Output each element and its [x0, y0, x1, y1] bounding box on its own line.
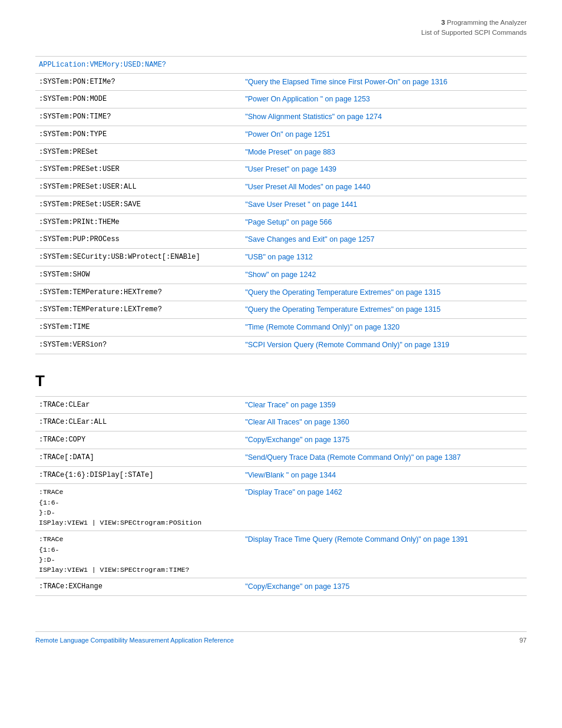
link-cell[interactable]: "Power On" on page 1251 — [242, 126, 527, 143]
table-row: :TRACe:COPY"Copy/Exchange" on page 1375 — [35, 431, 527, 449]
table-row: :SYSTem:PON:TYPE"Power On" on page 1251 — [35, 126, 527, 143]
link-cell[interactable]: "User Preset" on page 1439 — [242, 161, 527, 179]
command-cell: :SYSTem:PON:TIME? — [35, 108, 242, 126]
link-cell[interactable]: "Query the Operating Temperature Extreme… — [242, 284, 527, 301]
table-row: :SYSTem:PRESet"Mode Preset" on page 883 — [35, 143, 527, 161]
link-cell[interactable]: "Show Alignment Statistics" on page 1274 — [242, 108, 527, 126]
chapter-number: 3 — [441, 19, 445, 26]
table-row: :SYSTem:PRINt:THEMe"Page Setup" on page … — [35, 213, 527, 231]
link-cell[interactable]: "Page Setup" on page 566 — [242, 213, 527, 231]
table-row: :SYSTem:PUP:PROCess"Save Changes and Exi… — [35, 231, 527, 249]
command-cell: :TRACe {1:6- }:D- ISPlay:VIEW1 | VIEW:SP… — [35, 531, 242, 578]
page-header: 3 Programming the Analyzer List of Suppo… — [35, 18, 527, 38]
command-cell: :SYSTem:PUP:PROCess — [35, 231, 242, 249]
table-row: :TRACe {1:6- }:D- ISPlay:VIEW1 | VIEW:SP… — [35, 531, 527, 578]
command-cell: :SYSTem:PRINt:THEMe — [35, 213, 242, 231]
command-cell: :SYSTem:TIME — [35, 319, 242, 337]
table-header-row: APPLication:VMEMory:USED:NAME? — [35, 56, 527, 73]
table-row: :SYSTem:PRESet:USER:ALL"User Preset All … — [35, 179, 527, 196]
table-row: :SYSTem:PON:TIME?"Show Alignment Statist… — [35, 108, 527, 126]
link-cell[interactable]: "Display Trace Time Query (Remote Comman… — [242, 531, 527, 578]
command-cell: :TRACe{1:6}:DISPlay[:STATe] — [35, 466, 242, 484]
command-cell: :SYSTem:PRESet — [35, 143, 242, 161]
table-row: :SYSTem:VERSion?"SCPI Version Query (Rem… — [35, 336, 527, 354]
command-cell: :SYSTem:PRESet:USER:SAVE — [35, 196, 242, 213]
link-cell[interactable]: "Copy/Exchange" on page 1375 — [242, 578, 527, 596]
table-row: :TRACe:CLEar"Clear Trace" on page 1359 — [35, 396, 527, 414]
table-row: :SYSTem:SECurity:USB:WProtect[:ENABle]"U… — [35, 249, 527, 266]
table-row: :SYSTem:PON:ETIMe?"Query the Elapsed Tim… — [35, 73, 527, 91]
table-row: :SYSTem:SHOW"Show" on page 1242 — [35, 266, 527, 284]
link-cell[interactable]: "Clear All Traces" on page 1360 — [242, 414, 527, 431]
command-cell: :SYSTem:PON:TYPE — [35, 126, 242, 143]
link-cell[interactable]: "Save Changes and Exit" on page 1257 — [242, 231, 527, 249]
command-cell: :SYSTem:PON:MODE — [35, 91, 242, 108]
link-cell[interactable]: "User Preset All Modes" on page 1440 — [242, 179, 527, 196]
command-cell: :TRACe:EXCHange — [35, 578, 242, 596]
command-cell: :TRACe:COPY — [35, 431, 242, 449]
link-cell[interactable]: "Clear Trace" on page 1359 — [242, 396, 527, 414]
command-cell: :TRACe:CLEar:ALL — [35, 414, 242, 431]
table-row: :SYSTem:TEMPerature:HEXTreme?"Query the … — [35, 284, 527, 301]
section-t-table: :TRACe:CLEar"Clear Trace" on page 1359:T… — [35, 396, 527, 597]
link-cell[interactable]: "Display Trace" on page 1462 — [242, 484, 527, 531]
page-footer: Remote Language Compatibility Measuremen… — [35, 631, 527, 644]
chapter-title: Programming the Analyzer — [447, 19, 527, 26]
command-cell: :SYSTem:TEMPerature:LEXTreme? — [35, 301, 242, 319]
section-s-table: APPLication:VMEMory:USED:NAME? :SYSTem:P… — [35, 56, 527, 354]
table-row: :TRACe{1:6}:DISPlay[:STATe]"View/Blank "… — [35, 466, 527, 484]
command-cell: :TRACe {1:6- }:D- ISPlay:VIEW1 | VIEW:SP… — [35, 484, 242, 531]
link-cell[interactable]: "Time (Remote Command Only)" on page 132… — [242, 319, 527, 337]
footer-title: Remote Language Compatibility Measuremen… — [35, 637, 234, 644]
table-row: :TRACe:EXCHange"Copy/Exchange" on page 1… — [35, 578, 527, 596]
table-row: :SYSTem:PRESet:USER:SAVE"Save User Prese… — [35, 196, 527, 213]
link-cell[interactable]: "Save User Preset " on page 1441 — [242, 196, 527, 213]
section-t-letter: T — [35, 372, 527, 390]
command-cell: :SYSTem:PRESet:USER — [35, 161, 242, 179]
link-cell[interactable]: "Copy/Exchange" on page 1375 — [242, 431, 527, 449]
header-subtitle: List of Supported SCPI Commands — [421, 29, 527, 36]
link-cell[interactable]: "Send/Query Trace Data (Remote Command O… — [242, 449, 527, 466]
link-cell[interactable]: "Mode Preset" on page 883 — [242, 143, 527, 161]
link-cell[interactable]: "USB" on page 1312 — [242, 249, 527, 266]
table-row: :SYSTem:PON:MODE"Power On Application " … — [35, 91, 527, 108]
link-cell[interactable]: "Show" on page 1242 — [242, 266, 527, 284]
section-header-label: APPLication:VMEMory:USED:NAME? — [35, 56, 527, 73]
table-row: :TRACe:CLEar:ALL"Clear All Traces" on pa… — [35, 414, 527, 431]
table-row: :SYSTem:TIME"Time (Remote Command Only)"… — [35, 319, 527, 337]
table-row: :SYSTem:TEMPerature:LEXTreme?"Query the … — [35, 301, 527, 319]
table-row: :SYSTem:PRESet:USER"User Preset" on page… — [35, 161, 527, 179]
page-number: 97 — [520, 637, 527, 644]
command-cell: :TRACe:CLEar — [35, 396, 242, 414]
command-cell: :SYSTem:VERSion? — [35, 336, 242, 354]
command-cell: :SYSTem:SECurity:USB:WProtect[:ENABle] — [35, 249, 242, 266]
link-cell[interactable]: "Query the Elapsed Time since First Powe… — [242, 73, 527, 91]
command-cell: :TRACe[:DATA] — [35, 449, 242, 466]
link-cell[interactable]: "SCPI Version Query (Remote Command Only… — [242, 336, 527, 354]
table-row: :TRACe {1:6- }:D- ISPlay:VIEW1 | VIEW:SP… — [35, 484, 527, 531]
command-cell: :SYSTem:SHOW — [35, 266, 242, 284]
link-cell[interactable]: "View/Blank " on page 1344 — [242, 466, 527, 484]
table-row: :TRACe[:DATA]"Send/Query Trace Data (Rem… — [35, 449, 527, 466]
command-cell: :SYSTem:TEMPerature:HEXTreme? — [35, 284, 242, 301]
link-cell[interactable]: "Query the Operating Temperature Extreme… — [242, 301, 527, 319]
command-cell: :SYSTem:PRESet:USER:ALL — [35, 179, 242, 196]
link-cell[interactable]: "Power On Application " on page 1253 — [242, 91, 527, 108]
command-cell: :SYSTem:PON:ETIMe? — [35, 73, 242, 91]
